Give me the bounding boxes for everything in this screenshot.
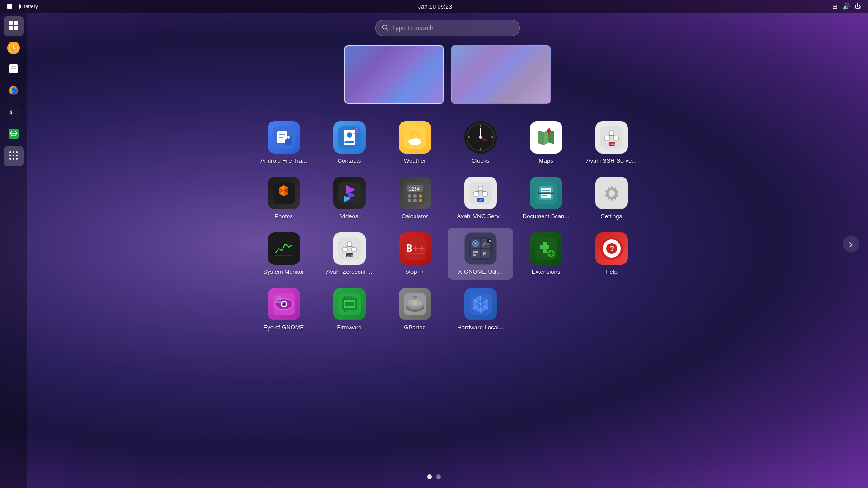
- app-avahi-vnc[interactable]: VNC Avahi VNC Serv...: [448, 172, 513, 224]
- svg-rect-144: [350, 296, 352, 299]
- app-label-extensions: Extensions: [532, 268, 561, 275]
- app-android-file-transfer[interactable]: Android File Tra...: [251, 117, 316, 169]
- svg-text:1234: 1234: [409, 187, 420, 192]
- svg-rect-98: [352, 247, 356, 252]
- app-label-help: Help: [605, 268, 618, 275]
- app-gparted[interactable]: GParted: [382, 283, 448, 335]
- next-page-arrow[interactable]: ›: [843, 236, 859, 252]
- app-photos[interactable]: Photos: [251, 172, 316, 224]
- app-avahi-ssh[interactable]: SSH Avahi SSH Serve...: [579, 117, 644, 169]
- svg-point-42: [409, 140, 421, 145]
- app-eye-of-gnome[interactable]: 📷 Eye of GNOME: [251, 283, 316, 335]
- app-label-eye-of-gnome: Eye of GNOME: [264, 324, 304, 331]
- svg-point-23: [13, 158, 14, 160]
- svg-rect-142: [344, 296, 346, 299]
- svg-point-19: [9, 155, 11, 156]
- sidebar-item-firefox[interactable]: [4, 81, 24, 101]
- svg-rect-99: [347, 242, 352, 246]
- firefox-icon: [8, 84, 19, 99]
- app-weather[interactable]: Weather: [382, 117, 448, 169]
- sidebar-item-notes[interactable]: [4, 60, 24, 80]
- svg-text:ZERO: ZERO: [347, 254, 353, 257]
- app-x-gnome-utilities[interactable]: ⊞ ✕ X-GNOME-Utili...: [448, 228, 513, 280]
- svg-point-18: [16, 151, 18, 153]
- svg-point-17: [13, 151, 14, 153]
- app-hardware-locality[interactable]: Hardware Local...: [448, 283, 513, 335]
- app-btop[interactable]: B ++ btop++: [382, 228, 448, 280]
- svg-point-22: [9, 158, 11, 160]
- svg-rect-56: [614, 136, 618, 141]
- svg-text:?: ?: [610, 245, 614, 253]
- app-help[interactable]: ? Help: [579, 228, 644, 280]
- app-label-btop: btop++: [406, 268, 424, 275]
- svg-rect-8: [9, 64, 18, 73]
- app-firmware[interactable]: Firmware: [316, 283, 382, 335]
- svg-rect-107: [406, 253, 424, 254]
- app-label-clocks: Clocks: [472, 157, 489, 164]
- sidebar-item-clock-widget[interactable]: [4, 38, 24, 58]
- app-label-settings: Settings: [601, 213, 622, 220]
- svg-point-50: [468, 136, 470, 138]
- svg-point-48: [480, 125, 481, 127]
- svg-text:SSH: SSH: [610, 143, 615, 146]
- workspace-1[interactable]: [344, 45, 444, 104]
- search-box[interactable]: [375, 20, 520, 36]
- volume-icon[interactable]: 🔊: [842, 3, 850, 10]
- search-container: [375, 20, 520, 36]
- svg-rect-94: [273, 237, 295, 260]
- app-maps[interactable]: Maps: [513, 117, 579, 169]
- search-icon: [382, 24, 388, 32]
- app-label-maps: Maps: [539, 157, 553, 164]
- svg-rect-141: [345, 302, 354, 306]
- search-input[interactable]: [392, 24, 513, 32]
- network-status-icon[interactable]: ⊞: [832, 3, 838, 10]
- chevron-right-icon: ›: [849, 237, 853, 251]
- sidebar-item-recycle[interactable]: [4, 125, 24, 145]
- main-content: Android File Tra... @ Contacts: [27, 13, 868, 488]
- overview-icon: [9, 20, 19, 33]
- app-grid: Android File Tra... @ Contacts: [251, 117, 644, 335]
- app-doc-scanner[interactable]: Document Scan...: [513, 172, 579, 224]
- page-dot-1[interactable]: [427, 474, 432, 479]
- svg-rect-55: [605, 136, 609, 141]
- sidebar-item-terminal[interactable]: $: [4, 103, 24, 123]
- app-avahi-zeroconf[interactable]: ZERO Avahi Zeroconf ...: [316, 228, 382, 280]
- svg-point-93: [609, 190, 615, 197]
- page-dot-2[interactable]: [436, 474, 441, 479]
- svg-rect-15: [9, 129, 19, 139]
- svg-rect-115: [473, 251, 478, 253]
- app-calculator[interactable]: 1234 Calculator: [382, 172, 448, 224]
- app-label-avahi-vnc: Avahi VNC Serv...: [457, 213, 504, 220]
- workspace-2[interactable]: [451, 45, 551, 104]
- app-settings[interactable]: Settings: [579, 172, 644, 224]
- svg-point-73: [419, 194, 422, 198]
- sidebar-item-all-apps[interactable]: [4, 146, 24, 166]
- app-label-weather: Weather: [404, 157, 426, 164]
- app-extensions[interactable]: Extensions: [513, 228, 579, 280]
- sidebar-item-overview[interactable]: [4, 16, 24, 36]
- app-system-monitor[interactable]: System Monitor: [251, 228, 316, 280]
- svg-text:⊞: ⊞: [483, 251, 486, 256]
- app-clocks[interactable]: Clocks: [448, 117, 513, 169]
- app-label-calculator: Calculator: [401, 213, 428, 220]
- power-icon[interactable]: ⏻: [854, 3, 861, 10]
- svg-rect-1: [14, 21, 18, 25]
- battery-indicator: Battery: [7, 4, 38, 9]
- app-contacts[interactable]: @ Contacts: [316, 117, 382, 169]
- svg-point-49: [480, 148, 481, 150]
- app-label-gparted: GParted: [404, 324, 425, 331]
- app-videos[interactable]: Videos: [316, 172, 382, 224]
- svg-point-24: [16, 158, 18, 160]
- datetime-display: Jan 10 09:23: [418, 3, 452, 10]
- app-label-photos: Photos: [274, 213, 292, 220]
- svg-rect-116: [473, 254, 476, 256]
- svg-point-16: [9, 151, 11, 153]
- app-label-contacts: Contacts: [338, 157, 361, 164]
- app-label-avahi-ssh: Avahi SSH Serve...: [586, 157, 637, 164]
- svg-text:✕: ✕: [488, 239, 491, 243]
- clock-widget-icon: [7, 42, 20, 54]
- app-label-hardware-locality: Hardware Local...: [458, 324, 504, 331]
- svg-rect-78: [474, 192, 478, 196]
- notes-icon: [9, 64, 19, 76]
- terminal-icon: $: [8, 107, 19, 120]
